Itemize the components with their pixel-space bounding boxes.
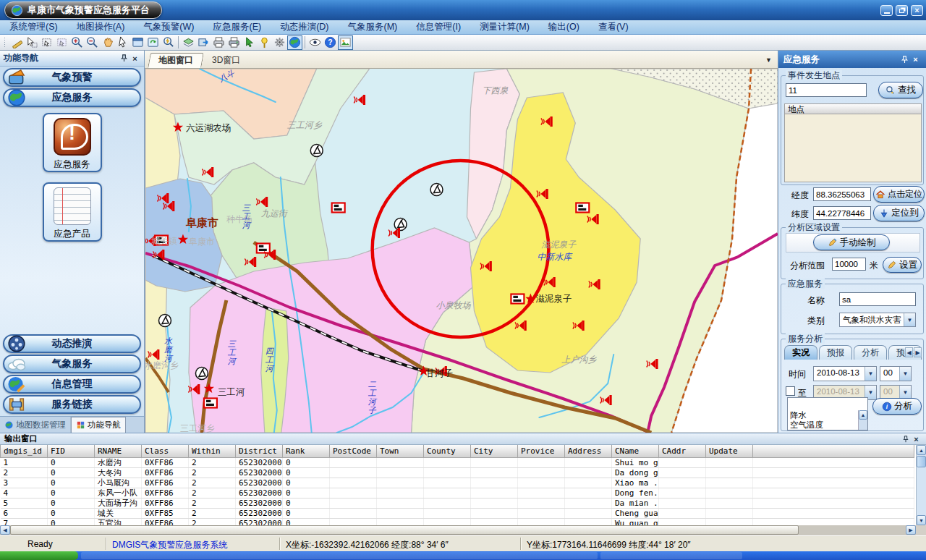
- scroll-up-icon[interactable]: ▲: [859, 410, 867, 420]
- menu-item-0[interactable]: 系统管理(S): [0, 21, 67, 33]
- column-header[interactable]: CName: [612, 445, 659, 457]
- set-range-button[interactable]: 设置: [883, 257, 922, 273]
- map-tab-0[interactable]: 地图窗口: [148, 53, 204, 68]
- column-header[interactable]: County: [424, 445, 471, 457]
- column-header[interactable]: FID: [48, 445, 95, 457]
- toolbar-print-preview-button[interactable]: [226, 35, 242, 50]
- nav-button-link[interactable]: 服务链接: [3, 395, 141, 414]
- nav-button-cloud[interactable]: 气象服务: [3, 355, 141, 373]
- horizontal-scrollbar[interactable]: ◀ ▶: [0, 525, 916, 535]
- column-header[interactable]: PostCode: [330, 445, 377, 457]
- close-icon[interactable]: ×: [911, 434, 922, 444]
- table-row[interactable]: 70五官沟0XFF8626523020000Wu guan gou: [1, 518, 914, 525]
- column-header[interactable]: Rank: [283, 445, 330, 457]
- toolbar-map-export-button[interactable]: [196, 35, 211, 50]
- analysis-tab-1[interactable]: 预报: [819, 345, 852, 360]
- menu-item-3[interactable]: 应急服务(E): [203, 21, 271, 33]
- map-tab-1[interactable]: 3D窗口: [201, 53, 251, 68]
- close-button[interactable]: ×: [911, 5, 923, 16]
- range-input[interactable]: [832, 258, 866, 271]
- element-listbox[interactable]: 降水空气温度 ▲: [787, 397, 868, 430]
- shortcut-product[interactable]: 应急产品: [43, 182, 102, 242]
- toolbar-zoom-out-button[interactable]: [85, 35, 100, 50]
- pin-icon[interactable]: [119, 54, 129, 64]
- minimize-button[interactable]: [880, 5, 893, 16]
- column-header[interactable]: Address: [565, 445, 612, 457]
- table-row[interactable]: 30小马厩沟0XFF8626523020000Xiao ma ...: [1, 478, 914, 488]
- chevron-down-icon[interactable]: ▼: [904, 313, 915, 326]
- left-tab-squares[interactable]: 功能导航: [71, 417, 126, 433]
- vertical-scrollbar[interactable]: ▲ ▼: [916, 445, 926, 525]
- toolbar-select-button[interactable]: [24, 35, 39, 50]
- toolbar-layers-button[interactable]: [181, 35, 196, 50]
- nav-button-infoglobe[interactable]: 信息管理: [3, 375, 141, 394]
- taskbar-button[interactable]: [600, 552, 742, 559]
- toolbar-locate-button[interactable]: [257, 35, 272, 50]
- pin-icon[interactable]: [899, 54, 910, 64]
- nav-button-globe[interactable]: 应急服务: [3, 88, 141, 107]
- toolbar-eye-button[interactable]: [307, 35, 323, 50]
- scroll-up-icon[interactable]: ▲: [917, 445, 926, 455]
- toolbar-pointer-button[interactable]: [115, 35, 130, 50]
- scroll-left-icon[interactable]: ◀: [905, 347, 913, 357]
- windows-taskbar[interactable]: [0, 551, 926, 560]
- column-header[interactable]: CAddr: [659, 445, 706, 457]
- list-item[interactable]: 降水: [788, 411, 858, 420]
- scroll-left-icon[interactable]: ◀: [0, 525, 10, 535]
- column-header[interactable]: Within: [189, 445, 236, 457]
- scroll-right-icon[interactable]: ▶: [914, 347, 922, 357]
- chevron-down-icon[interactable]: ▼: [865, 367, 876, 381]
- toolbar-globe-button[interactable]: [287, 35, 302, 50]
- column-header[interactable]: Class: [142, 445, 189, 457]
- column-header[interactable]: dmgis_id: [1, 445, 48, 457]
- title-bar[interactable]: 阜康市气象预警应急服务平台 ×: [0, 0, 926, 20]
- toolbar-select-arrow-button[interactable]: [242, 35, 257, 50]
- column-header[interactable]: City: [471, 445, 518, 457]
- shortcut-emergency[interactable]: 应急服务: [43, 113, 102, 172]
- table-row[interactable]: 20大冬沟0XFF8626523020000Da dong gou: [1, 467, 914, 478]
- service-type-select[interactable]: 气象和洪水灾害▼: [839, 313, 916, 327]
- analysis-tab-0[interactable]: 实况: [784, 345, 817, 360]
- menu-item-2[interactable]: 气象预警(W): [134, 21, 203, 33]
- to-checkbox[interactable]: [786, 386, 795, 396]
- location-list[interactable]: [784, 114, 922, 182]
- toolbar-help-button[interactable]: ?: [323, 35, 338, 50]
- listbox-scrollbar[interactable]: ▲: [858, 410, 867, 430]
- hour-select[interactable]: 00▼: [880, 366, 912, 381]
- menu-item-9[interactable]: 查看(V): [589, 21, 638, 33]
- date-select[interactable]: 2010-08-13▼: [813, 366, 877, 381]
- scrollbar-thumb[interactable]: [10, 525, 799, 535]
- column-header[interactable]: Town: [377, 445, 424, 457]
- latitude-input[interactable]: [813, 206, 871, 220]
- toolbar-refresh-button[interactable]: [145, 35, 161, 50]
- restore-button[interactable]: [896, 5, 908, 16]
- left-tab-mapglobe[interactable]: 地图数据管理: [0, 417, 71, 433]
- toolbar-measure-button[interactable]: [9, 35, 24, 50]
- start-button[interactable]: [0, 551, 78, 560]
- map-canvas[interactable]: 八斗六运湖农场三工河乡下西泉九运街阜康市城关镇阜康市种牛场滋泥泉子中新水库滋泥泉…: [145, 69, 778, 433]
- nav-button-film[interactable]: 动态推演: [3, 334, 141, 353]
- table-row[interactable]: 40东风一小队0XFF8626523020000Dong fen...: [1, 488, 914, 498]
- menu-item-1[interactable]: 地图操作(A): [67, 21, 135, 33]
- close-icon[interactable]: ×: [910, 54, 921, 64]
- chevron-down-icon[interactable]: ▼: [765, 56, 772, 64]
- column-header[interactable]: Update: [706, 445, 753, 457]
- menu-item-8[interactable]: 输出(O): [539, 21, 589, 33]
- location-list-header[interactable]: 地点: [784, 103, 922, 114]
- table-row[interactable]: 50大面场子沟0XFF8626523020000Da mian ...: [1, 498, 914, 508]
- nav-button-weather[interactable]: 气象预警: [3, 68, 141, 87]
- toolbar-print-button[interactable]: [211, 35, 226, 50]
- event-search-input[interactable]: [786, 83, 867, 97]
- analysis-tab-2[interactable]: 分析: [854, 345, 887, 360]
- pin-icon[interactable]: [900, 434, 911, 444]
- locate-to-button[interactable]: 定位到: [873, 205, 925, 221]
- toolbar-pan-button[interactable]: [100, 35, 115, 50]
- toolbar-settings-button[interactable]: [272, 35, 287, 50]
- toolbar-full-extent-button[interactable]: [130, 35, 145, 50]
- scroll-down-icon[interactable]: ▼: [917, 515, 926, 525]
- manual-draw-button[interactable]: 手动绘制: [813, 234, 890, 250]
- chevron-down-icon[interactable]: ▼: [899, 367, 911, 381]
- column-header[interactable]: District: [236, 445, 283, 457]
- longitude-input[interactable]: [813, 187, 871, 201]
- table-row[interactable]: 10水磨沟0XFF8626523020000Shui mo gou: [1, 457, 914, 467]
